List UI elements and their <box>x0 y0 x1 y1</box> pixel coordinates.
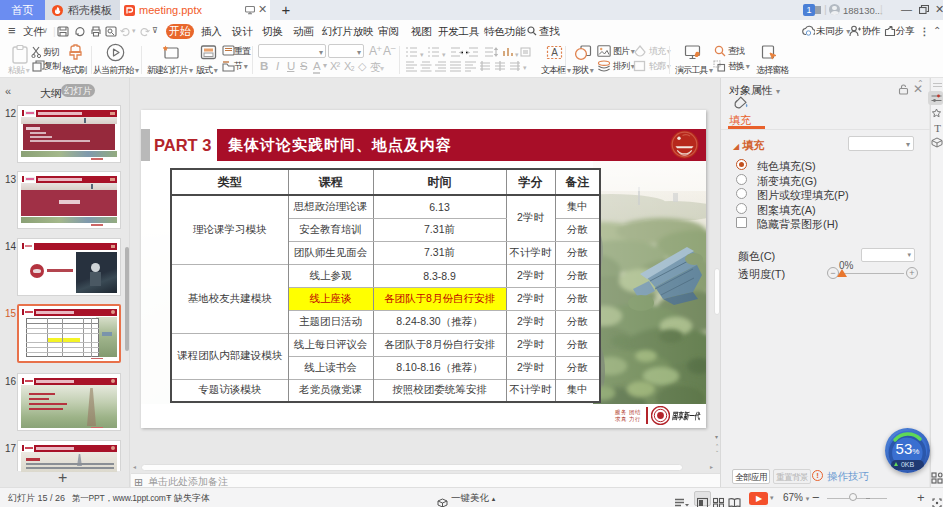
svg-text:A: A <box>551 47 558 58</box>
svg-text:▾: ▾ <box>420 51 424 58</box>
svg-text:▾: ▾ <box>523 64 527 71</box>
svg-text:▾: ▾ <box>442 51 446 58</box>
svg-text:▾: ▾ <box>515 51 519 58</box>
